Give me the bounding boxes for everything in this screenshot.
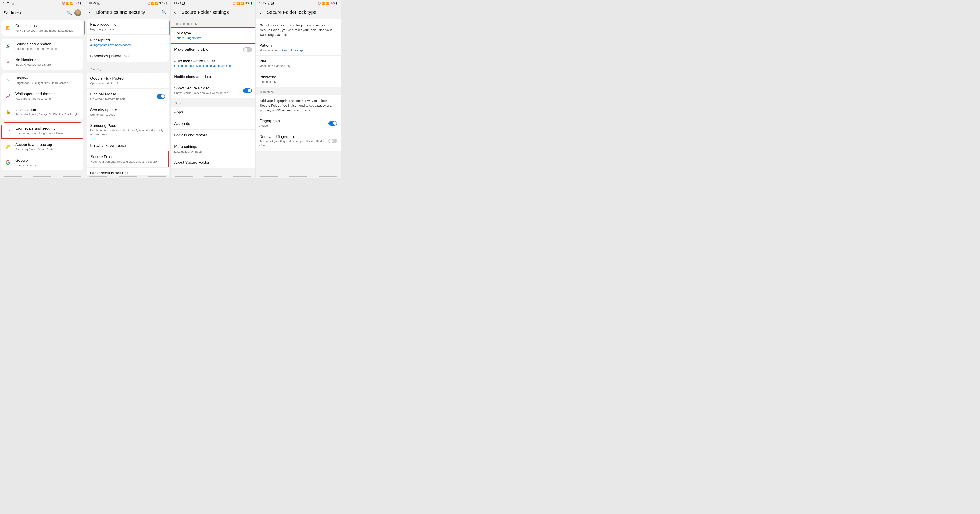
wifi-icon: 📶 <box>322 2 325 5</box>
status-time: 18:29 <box>174 2 181 5</box>
row-pattern[interactable]: PatternMedium security, Current lock typ… <box>256 40 340 56</box>
wifi-icon: 📶 <box>151 2 154 5</box>
signal-icon: 📶 <box>326 2 329 5</box>
row-notifications[interactable]: ● NotificationsBlock, Allow, Do not dist… <box>2 54 83 70</box>
screen-biometrics-security: 18:29🖼 ⏰📶📶96%▮ ‹ Biometrics and security… <box>85 0 170 178</box>
wifi-icon: 📶 <box>5 25 11 31</box>
status-bar: 18:29🖼🖼 ⏰📶📶96%▮ <box>256 0 340 6</box>
back-icon[interactable]: ‹ <box>174 10 179 15</box>
picture-icon: 🖼 <box>11 2 14 5</box>
page-title: Settings <box>3 10 67 16</box>
row-show-secure-folder[interactable]: Show Secure FolderShow Secure Folder on … <box>170 82 255 98</box>
toggle-show-secure-folder[interactable] <box>243 88 252 93</box>
toggle-pattern-visible[interactable] <box>243 48 252 52</box>
battery-pct: 96% <box>245 2 250 5</box>
search-icon[interactable]: 🔍 <box>162 10 167 15</box>
nav-bar[interactable] <box>0 175 85 178</box>
row-pattern-visible[interactable]: Make pattern visible <box>170 44 255 55</box>
row-password[interactable]: PasswordHigh security <box>256 71 340 87</box>
row-fingerprints[interactable]: Fingerprints4 fingerprints have been add… <box>87 35 169 50</box>
status-bar: 18:28🖼 ⏰📶📶96%▮ <box>0 0 85 6</box>
row-accounts-backup[interactable]: 🔑 Accounts and backupSamsung Cloud, Smar… <box>2 139 83 155</box>
lock-icon: 🔒 <box>5 109 11 115</box>
header-lock-security: Lock and security <box>170 19 255 27</box>
picture-icon: 🖼 <box>97 2 100 5</box>
battery-icon: ▮ <box>80 2 82 5</box>
row-auto-lock[interactable]: Auto lock Secure FolderLock automaticall… <box>170 55 255 71</box>
row-connections[interactable]: 📶 ConnectionsWi-Fi, Bluetooth, Airplane … <box>2 20 83 36</box>
row-face-recognition[interactable]: Face recognitionRegister your face. <box>87 19 169 35</box>
row-samsung-pass[interactable]: Samsung PassUse biometric authentication… <box>87 120 169 140</box>
row-fingerprints-lock[interactable]: FingerprintsAdded <box>256 116 340 131</box>
toggle-find-my-mobile[interactable] <box>157 94 165 99</box>
header-biometrics: Biometrics <box>256 87 340 95</box>
card-lock-types: Select a lock type. If you forget how to… <box>256 19 340 87</box>
wifi-icon: 📶 <box>236 2 240 5</box>
row-accounts[interactable]: Accounts <box>170 118 255 129</box>
row-notifications-data[interactable]: Notifications and data <box>170 71 255 82</box>
row-dedicated-fingerprint[interactable]: Dedicated fingerprintSet one of your fin… <box>256 131 340 151</box>
battery-icon: ▮ <box>251 2 252 5</box>
notification-icon: ● <box>5 59 11 65</box>
biometrics-list: Face recognitionRegister your face. Fing… <box>85 19 170 175</box>
toggle-dedicated-fingerprint[interactable] <box>328 139 337 143</box>
scroll-indicator[interactable] <box>84 21 84 35</box>
intro-text: Select a lock type. If you forget how to… <box>256 19 340 40</box>
row-install-unknown[interactable]: Install unknown apps <box>87 140 169 151</box>
google-icon <box>5 159 11 166</box>
screen-secure-folder-settings: 18:29🖼 ⏰📶📶96%▮ ‹ Secure Folder settings … <box>170 0 255 178</box>
page-title: Secure Folder settings <box>181 10 252 15</box>
display-icon: ☀ <box>5 77 11 83</box>
row-sounds[interactable]: 🔊 Sounds and vibrationSound mode, Ringto… <box>2 38 83 54</box>
header-general: General <box>170 98 255 106</box>
row-other-security[interactable]: Other security settingsChange other secu… <box>87 167 169 175</box>
page-title: Biometrics and security <box>96 10 162 15</box>
biometrics-intro: Add your fingerprints as another way to … <box>256 95 340 116</box>
header: ‹ Secure Folder settings <box>170 6 255 19</box>
nav-bar[interactable] <box>170 175 255 178</box>
search-icon[interactable]: 🔍 <box>67 10 72 15</box>
row-pin[interactable]: PINMedium to high security <box>256 56 340 71</box>
key-icon: 🔑 <box>5 144 11 150</box>
back-icon[interactable]: ‹ <box>259 10 264 15</box>
row-biometrics-prefs[interactable]: Biometrics preferences <box>87 50 169 62</box>
header-security: Security <box>87 65 169 73</box>
signal-icon: 📶 <box>155 2 159 5</box>
status-time: 18:29 <box>259 2 266 5</box>
row-security-update[interactable]: Security updateSeptember 1, 2019 <box>87 104 169 120</box>
picture-icon: 🖼 <box>271 2 274 5</box>
row-wallpapers[interactable]: 🖌 Wallpapers and themesWallpapers, Theme… <box>2 88 83 104</box>
row-apps[interactable]: Apps <box>170 106 255 118</box>
row-lock-type[interactable]: Lock typePattern, Fingerprints <box>170 27 255 44</box>
row-secure-folder[interactable]: Secure FolderKeep your personal files an… <box>87 151 169 167</box>
toggle-fingerprints[interactable] <box>328 121 337 125</box>
row-display[interactable]: ☀ DisplayBrightness, Blue light filter, … <box>2 73 83 88</box>
battery-icon: ▮ <box>336 2 337 5</box>
header: ‹ Secure Folder lock type <box>256 6 340 19</box>
secure-folder-list: Lock and security Lock typePattern, Fing… <box>170 19 255 175</box>
row-lockscreen[interactable]: 🔒 Lock screenScreen lock type, Always On… <box>2 104 83 120</box>
page-title: Secure Folder lock type <box>267 10 337 15</box>
scroll-indicator[interactable] <box>169 21 170 35</box>
status-time: 18:28 <box>3 2 11 5</box>
shield-icon: 🛡 <box>5 127 12 134</box>
nav-bar[interactable] <box>256 175 340 178</box>
avatar[interactable] <box>75 10 81 16</box>
row-backup-restore[interactable]: Backup and restore <box>170 129 255 141</box>
status-bar: 18:29🖼 ⏰📶📶96%▮ <box>85 0 170 6</box>
card-biometrics: Face recognitionRegister your face. Fing… <box>87 19 169 62</box>
battery-pct: 96% <box>159 2 165 5</box>
row-more-settings[interactable]: More settingsData usage, Uninstall <box>170 141 255 157</box>
settings-list: 📶 ConnectionsWi-Fi, Bluetooth, Airplane … <box>0 20 85 175</box>
row-biometrics-security[interactable]: 🛡 Biometrics and securityFace recognitio… <box>2 122 83 139</box>
battery-pct: 96% <box>74 2 80 5</box>
alarm-icon: ⏰ <box>62 2 65 5</box>
row-play-protect[interactable]: Google Play ProtectApps scanned at 09:09 <box>87 73 169 88</box>
back-icon[interactable]: ‹ <box>89 10 94 15</box>
row-find-my-mobile[interactable]: Find My MobileOn without Remote unlock <box>87 88 169 104</box>
nav-bar[interactable] <box>85 175 170 178</box>
picture-icon: 🖼 <box>267 2 270 5</box>
row-about[interactable]: About Secure Folder <box>170 157 255 168</box>
screen-settings: 18:28🖼 ⏰📶📶96%▮ Settings 🔍 📶 ConnectionsW… <box>0 0 85 178</box>
row-google[interactable]: GoogleGoogle settings <box>2 155 83 170</box>
